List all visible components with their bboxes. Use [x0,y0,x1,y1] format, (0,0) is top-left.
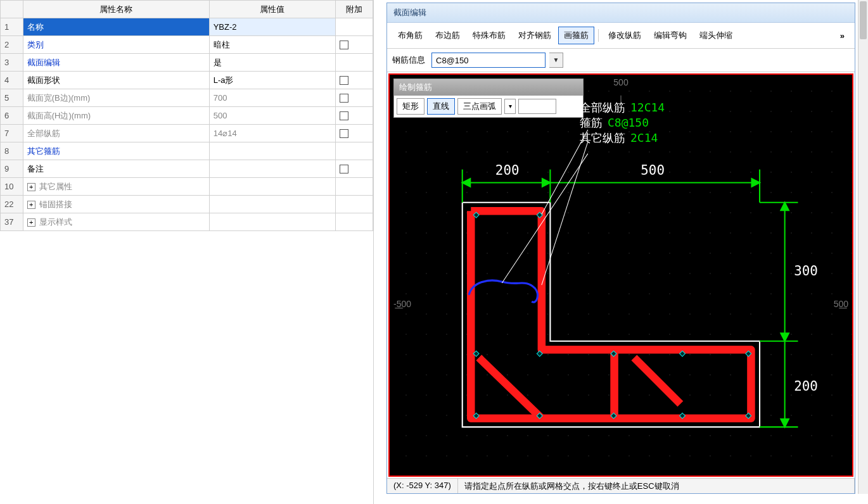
row-number: 3 [1,54,23,72]
property-name-cell[interactable]: 类别 [23,36,209,54]
property-value-cell[interactable] [209,196,335,213]
property-value-cell[interactable]: 暗柱 [209,36,335,54]
expand-button[interactable]: + [27,201,35,209]
toolbar-button[interactable]: 画箍筋 [558,27,594,44]
header-value[interactable]: 属性值 [209,1,335,18]
toolbar-button[interactable]: 端头伸缩 [694,27,738,44]
property-value-cell[interactable] [209,142,335,160]
property-extra-cell[interactable] [336,36,373,54]
property-value-cell[interactable]: 是 [209,54,335,72]
draw-color-swatch[interactable] [518,99,556,114]
property-value-cell[interactable]: 14⌀14 [209,125,335,142]
checkbox[interactable] [340,94,348,103]
property-name-cell[interactable]: 备注 [23,160,209,178]
property-name-cell[interactable]: 名称 [23,18,209,36]
property-value-cell[interactable] [209,213,335,231]
rebar-info-input[interactable] [431,53,546,68]
property-row[interactable]: 4截面形状L-a形 [1,72,373,89]
section-editor-pane: 截面编辑 布角筋布边筋特殊布筋对齐钢筋画箍筋修改纵筋编辑弯钩端头伸缩» 钢筋信息… [374,0,868,504]
property-value-cell[interactable]: 700 [209,89,335,107]
property-value-cell[interactable]: 500 [209,107,335,125]
property-row[interactable]: 37+显示样式 [1,213,373,231]
legend-label: 箍筋 [580,116,603,129]
property-name-cell[interactable]: 其它箍筋 [23,142,209,160]
property-extra-cell[interactable] [336,72,373,89]
legend-row: 箍筋C8@150 [580,115,665,130]
property-row[interactable]: 5截面宽(B边)(mm)700 [1,89,373,107]
property-extra-cell[interactable] [336,107,373,125]
property-extra-cell[interactable] [336,54,373,72]
property-row[interactable]: 2类别暗柱 [1,36,373,54]
draw-tool-button[interactable]: 三点画弧 [457,98,502,115]
property-name-cell[interactable]: +显示样式 [23,213,209,231]
expand-button[interactable]: + [27,183,35,191]
property-value-cell[interactable]: L-a形 [209,72,335,89]
property-name-cell[interactable]: 截面高(H边)(mm) [23,107,209,125]
row-number: 6 [1,107,23,125]
property-extra-cell[interactable] [336,89,373,107]
toolbar-button[interactable]: 布边筋 [430,27,466,44]
property-value-cell[interactable]: YBZ-2 [209,18,335,36]
property-grid: 属性名称 属性值 附加 1名称YBZ-22类别暗柱3截面编辑是4截面形状L-a形… [0,0,373,231]
property-value-cell[interactable] [209,178,335,196]
toolbar-more[interactable]: » [835,31,850,41]
header-extra[interactable]: 附加 [336,1,373,18]
row-number: 22 [1,196,23,213]
expand-button[interactable]: + [27,218,35,227]
toolbar-button[interactable]: 布角筋 [392,27,428,44]
property-extra-cell[interactable] [336,213,373,231]
draw-tool-button[interactable]: 矩形 [397,98,424,115]
property-extra-cell[interactable] [336,160,373,178]
property-extra-cell[interactable] [336,142,373,160]
property-row[interactable]: 3截面编辑是 [1,54,373,72]
property-name-label: 类别 [27,40,44,49]
property-row[interactable]: 9备注 [1,160,373,178]
checkbox[interactable] [340,165,348,173]
checkbox[interactable] [340,76,348,85]
property-name-cell[interactable]: 截面宽(B边)(mm) [23,89,209,107]
property-name-label: 备注 [27,164,44,173]
row-number: 10 [1,178,23,196]
legend-row: 其它纵筋2C14 [580,130,665,146]
vertical-scrollbar[interactable] [858,0,868,494]
section-toolbar: 布角筋布边筋特殊布筋对齐钢筋画箍筋修改纵筋编辑弯钩端头伸缩» [387,23,855,49]
draw-tool-button[interactable]: 直线 [427,98,455,115]
checkbox[interactable] [340,41,348,49]
property-row[interactable]: 8其它箍筋 [1,142,373,160]
panel-title: 截面编辑 [387,3,855,23]
property-extra-cell[interactable] [336,125,373,142]
property-row[interactable]: 7全部纵筋14⌀14 [1,125,373,142]
property-name-cell[interactable]: +其它属性 [23,178,209,196]
legend-value: 12C14 [630,101,665,114]
property-name-cell[interactable]: +锚固搭接 [23,196,209,213]
toolbar-button[interactable]: 特殊布筋 [467,27,511,44]
section-canvas[interactable]: 500 -500 500 [388,73,853,477]
property-name-cell[interactable]: 全部纵筋 [23,125,209,142]
toolbar-button[interactable]: 对齐钢筋 [513,27,557,44]
toolbar-button[interactable]: 编辑弯钩 [648,27,692,44]
header-name[interactable]: 属性名称 [23,1,209,18]
scrollbar-thumb[interactable] [860,1,867,39]
svg-marker-30 [781,333,789,341]
property-name-cell[interactable]: 截面编辑 [23,54,209,72]
property-extra-cell[interactable] [336,18,373,36]
property-grid-pane: 属性名称 属性值 附加 1名称YBZ-22类别暗柱3截面编辑是4截面形状L-a形… [0,0,374,504]
property-extra-cell[interactable] [336,178,373,196]
checkbox[interactable] [340,111,348,120]
property-row[interactable]: 22+锚固搭接 [1,196,373,213]
property-extra-cell[interactable] [336,196,373,213]
property-name-cell[interactable]: 截面形状 [23,72,209,89]
toolbar-button[interactable]: 修改纵筋 [603,27,647,44]
header-blank [1,1,23,18]
draw-tool-dropdown[interactable]: ▾ [504,99,516,114]
checkbox[interactable] [340,129,348,138]
property-name-label: 显示样式 [39,217,72,227]
property-name-label: 其它箍筋 [27,146,60,156]
property-row[interactable]: 1名称YBZ-2 [1,18,373,36]
property-row[interactable]: 6截面高(H边)(mm)500 [1,107,373,125]
row-number: 8 [1,142,23,160]
rebar-info-dropdown[interactable]: ▼ [549,53,563,68]
property-value-cell[interactable] [209,160,335,178]
row-number: 4 [1,72,23,89]
property-row[interactable]: 10+其它属性 [1,178,373,196]
